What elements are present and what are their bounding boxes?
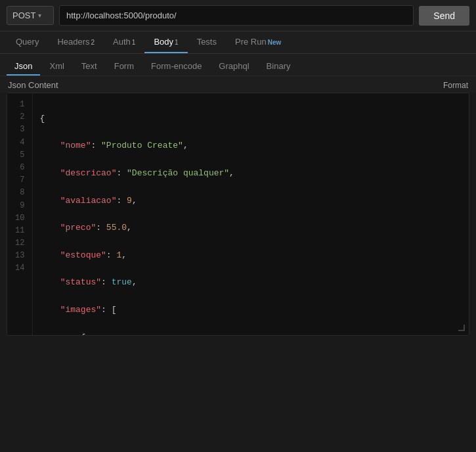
body-tab-binary[interactable]: Binary [259,58,299,76]
format-button[interactable]: Format [443,81,468,90]
line-numbers: 1 2 3 4 5 6 7 8 9 10 11 12 13 14 [7,93,33,336]
tab-prerun[interactable]: Pre RunNew [226,32,290,53]
body-tab-xml[interactable]: Xml [41,58,72,76]
url-input[interactable] [59,5,414,26]
body-tab-graphql[interactable]: Graphql [211,58,257,76]
send-button[interactable]: Send [419,6,469,26]
body-tab-text[interactable]: Text [74,58,105,76]
body-tab-json[interactable]: Json [7,58,40,76]
tab-tests[interactable]: Tests [188,32,226,53]
nav-tabs: Query Headers2 Auth1 Body1 Tests Pre Run… [0,32,476,54]
tab-headers[interactable]: Headers2 [48,32,104,53]
method-label: POST [12,11,35,20]
tab-body[interactable]: Body1 [144,32,187,53]
content-label: Json Content [8,80,58,90]
method-arrow: ▾ [38,12,41,19]
tab-auth[interactable]: Auth1 [104,32,144,53]
content-header: Json Content Format [0,76,476,93]
top-bar: POST ▾ Send [0,0,476,32]
body-tab-formencode[interactable]: Form-encode [143,58,209,76]
resize-handle[interactable] [458,325,466,332]
method-selector[interactable]: POST ▾ [7,6,54,25]
code-editor[interactable]: 1 2 3 4 5 6 7 8 9 10 11 12 13 14 { "nome… [7,93,469,336]
body-tab-form[interactable]: Form [106,58,142,76]
body-tabs: Json Xml Text Form Form-encode Graphql B… [0,54,476,76]
tab-query[interactable]: Query [7,32,48,53]
code-content[interactable]: { "nome": "Produto Create", "descricao":… [33,93,469,336]
